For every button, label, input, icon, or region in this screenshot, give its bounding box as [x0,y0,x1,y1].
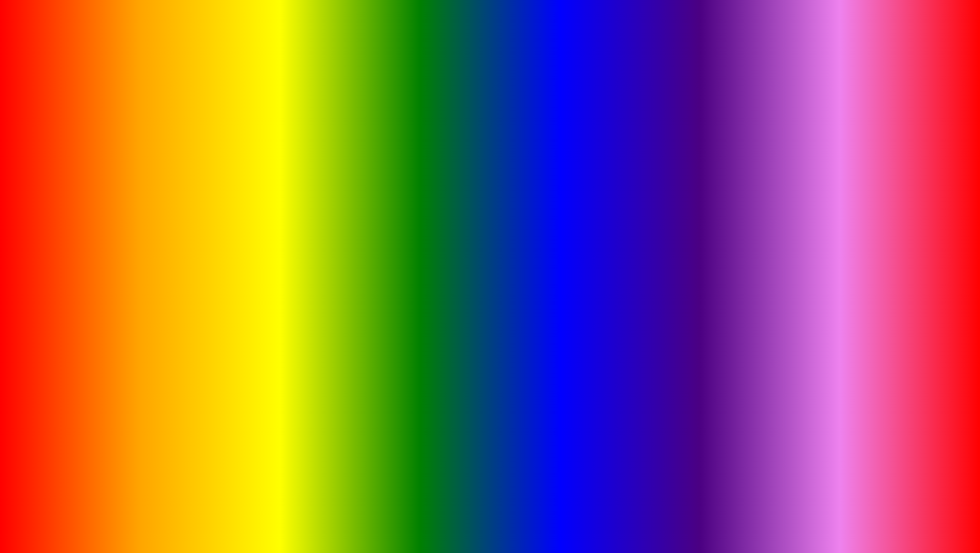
right-bar-3 [782,186,813,187]
right-panel-nav: 👤 🏠 📈 🛒 ⊞ [674,168,936,184]
tab-settings[interactable]: Settings [166,189,286,201]
right-panel-bars [679,186,931,187]
weapon-dropdown-text: Select Weapon : Melee [53,246,111,252]
right-panel: ◆ PLAYBACK X HUB 11:28:08 | February 02,… [673,152,937,288]
right-nav-profile-icon[interactable]: 👤 [679,171,689,181]
bar-1 [49,186,90,187]
title-letter-u: U [566,11,617,85]
auto-buy-label: Auto Buy [693,210,717,217]
right-panel-keybind: [ RightControl ] [897,158,931,163]
right-x-text: X [726,157,733,164]
character-silhouette: 🥷 [395,133,585,312]
bf-logo: BLOX FRUITS [919,468,970,543]
right-divider-2 [678,267,801,267]
title-letter-t: T [640,11,684,85]
weapon-dropdown[interactable]: Select Weapon : Melee ▼ [48,244,140,255]
right-col1: Select Buy : ▼ 🛒 Auto Buy AutoBuy 🛒 Auto… [674,189,805,287]
left-panel-bars [49,186,281,187]
col1-section2: AutoFarmMastery [48,259,161,270]
buy-dropdown[interactable]: Select Buy : ▼ [678,193,779,204]
bottom-text: AUTO FARM SCRIPT PASTEBIN [0,499,980,540]
title-letter-s: S [684,11,733,85]
bf-logo-fruits: FRUITS [919,527,970,542]
bar-3 [153,186,183,187]
spawn-full-moon-item[interactable]: Spawn : Full Moon [172,299,306,313]
left-panel: ◆ PLAYBACK X HUB 11:27:45 | February 02,… [43,152,287,290]
col1-title: AutoFarm [48,205,161,216]
cart-icon-3: 🛒 [680,254,689,262]
auto-buy-sword-item[interactable]: 🛒 Auto Buy Legendary Sword [678,252,801,265]
right-nav-chart-icon[interactable]: 📈 [715,171,726,181]
left-panel-keybind: [ RightControl ] [247,158,281,163]
autosartpage6-label: AutoSartPage6 [824,254,865,261]
autofarm-label: AutoFarm [60,222,87,229]
diamond-icon-popup [173,315,181,324]
main-title: BLOX FRUITS [0,10,980,86]
dropdown-arrow-2: ▼ [246,222,251,228]
auto-buy-haki-item[interactable]: 🛒 Auto Buy Enchanment Haki [678,238,801,252]
auto-awaken-item[interactable]: 👑 Auto Awaken [809,237,932,251]
left-col1: AutoFarm AutoFarm AutoFarmFast Select We… [44,201,166,289]
diamond-icon-5 [170,245,179,253]
dropdown-arrow: ▼ [129,246,135,252]
left-panel-nav: 👤 🏠 📈 🛒 ⊞ [44,168,286,184]
nav-grid-icon[interactable]: ⊞ [122,171,129,181]
autofarmfast-label: AutoFarmFast [60,234,99,241]
divider-1 [48,257,161,257]
svg-point-1 [937,481,942,487]
cart-icon-1: 🛒 [680,210,689,218]
bf-logo-icon [924,468,964,508]
right-nav-grid-icon[interactable]: ⊞ [752,171,759,181]
fragment-section: Fragment [678,269,801,280]
next-islands-label: Next Islands [824,227,858,234]
nav-profile-icon[interactable]: 👤 [49,171,59,181]
spawn-label: Spawn : Full Moon [174,302,228,309]
nav-cart-icon[interactable]: 🛒 [104,171,114,181]
left-panel-header: ◆ PLAYBACK X HUB 11:27:45 | February 02,… [44,153,286,168]
col2-title: Settings [170,205,282,216]
fastattack-dropdown[interactable]: Select FastAttack : Mobile ▼ [170,219,256,230]
autofarmfast-item[interactable]: AutoFarmFast [48,231,161,244]
nav-home-icon[interactable]: 🏠 [68,171,78,181]
auto-full-moon-hop-item[interactable]: Auto Full Moon Hop [172,313,306,326]
title-letter-i: I [617,11,640,85]
autosartpage6-item[interactable]: 👑 AutoSartPage6 [809,251,932,264]
right-nav-home-icon[interactable]: 🏠 [697,171,707,181]
autobuy-section: AutoBuy [678,225,801,235]
autofarm-mastery-item[interactable]: AutoFarm Mastery BF [48,273,161,285]
right-hub-text: HUB [733,157,746,164]
tab-autofarm[interactable]: AutoFarm [44,189,166,201]
auto-buy-item[interactable]: 🛒 Auto Buy [678,207,801,220]
title-letter-o: O [344,11,399,85]
x-text: X [96,157,104,164]
bottom-auto: AUTO [188,499,299,540]
crown-icon-3: 👑 [811,240,820,248]
right-bar-1 [679,186,720,187]
right-nav-cart-icon[interactable]: 🛒 [734,171,744,181]
right-bar-2 [721,186,781,187]
nav-chart-icon[interactable]: 📈 [86,171,96,181]
autofarm-item[interactable]: AutoFarm [48,219,161,231]
next-islands-item[interactable]: 👑 Next Islands [809,224,932,237]
right-panel-brand: PLAYBACK X HUB [692,157,746,164]
kill-aura-item[interactable]: 👑 Kill Aura [809,206,932,220]
bottom-pastebin: PASTEBIN [581,499,792,540]
popup-title: Auto Full Moon Hop [172,281,306,294]
diamond-icon-4 [170,232,179,241]
bar-4 [184,186,210,187]
right-bar-4 [814,186,839,187]
autofarm-mastery-label: AutoFarm Mastery BF [60,275,120,283]
bottom-farm: FARM [299,499,423,540]
cart-icon-2: 🛒 [680,241,689,249]
right-panel-time: 11:28:08 | February 02, 2023 [752,157,824,163]
left-panel-tabs: AutoFarm Settings [44,189,286,201]
bar-2 [91,186,152,187]
bringmonster-item[interactable]: BringMonster [170,243,282,255]
fastattack-item[interactable]: FastAttack [170,230,282,243]
right-panel-content: Select Buy : ▼ 🛒 Auto Buy AutoBuy 🛒 Auto… [674,189,936,287]
title-letter-l: L [300,11,344,85]
right-col2-divider-1 [809,222,932,222]
bf-logo-text: BLOX FRUITS [919,510,970,543]
kill-aura-label: Kill Aura [824,210,846,217]
right-divider-1 [678,222,801,223]
